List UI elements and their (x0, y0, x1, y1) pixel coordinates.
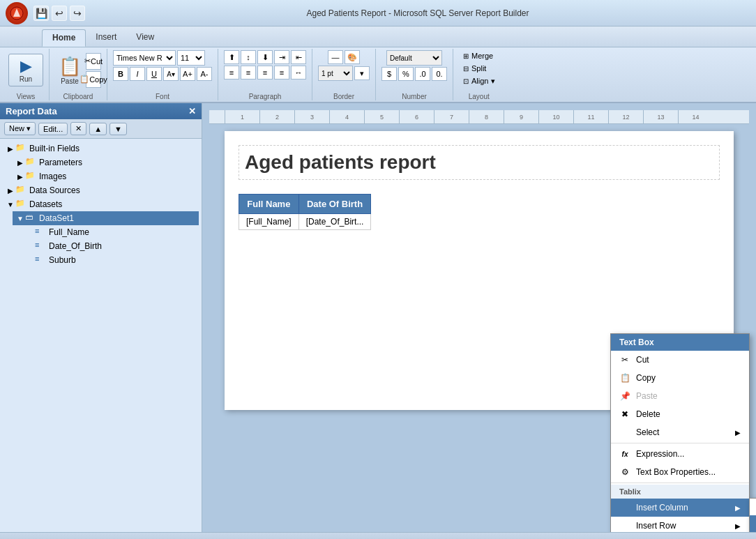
font-size-decrease-button[interactable]: A- (197, 67, 212, 81)
indent-decrease-button[interactable]: ⇤ (291, 50, 306, 64)
ribbon-group-font: Times New R 11 B I U A▾ A+ A- Font (107, 49, 218, 100)
split-button[interactable]: ⊟ Split (459, 63, 490, 74)
align-left-button[interactable]: ≡ (224, 66, 239, 79)
context-menu-insert-column[interactable]: Insert Column ▶ Left Right (611, 499, 749, 517)
separator-1 (611, 443, 749, 443)
context-menu-expression[interactable]: fx Expression... (611, 445, 749, 463)
canvas-area[interactable]: 1 2 3 4 5 6 7 8 9 10 11 12 13 14 Aged pa… (202, 103, 756, 532)
decimal-decrease-button[interactable]: 0. (432, 67, 447, 81)
table-header-dob[interactable]: Date Of Birth (298, 195, 371, 214)
merge-button[interactable]: ⊞ Merge (459, 50, 497, 61)
indent-increase-button[interactable]: ⇥ (274, 50, 289, 64)
main-layout: Report Data ✕ New ▾ Edit... ✕ ▲ ▼ ▶ 📁 Bu… (0, 103, 756, 532)
align-middle-button[interactable]: ↕ (241, 50, 256, 64)
tree-item-suburb[interactable]: ≡ Suburb (22, 253, 199, 267)
insert-column-right[interactable]: Right (750, 515, 756, 532)
status-bar (0, 532, 756, 539)
ribbon-group-number: Default $ % .0 0. Number (376, 49, 453, 100)
app-logo (6, 2, 28, 24)
run-button[interactable]: ▶ Run (8, 54, 43, 86)
ribbon: ▶ Run Views 📋 Paste ✂ Cut 📋 Copy Clipboa… (0, 47, 756, 103)
ruler: 1 2 3 4 5 6 7 8 9 10 11 12 13 14 (209, 110, 749, 124)
border-size-select[interactable]: 1 pt (318, 66, 353, 81)
number-style-select[interactable]: Default (386, 50, 442, 66)
separator-2 (611, 483, 749, 483)
underline-button[interactable]: U (146, 67, 162, 81)
save-button[interactable]: 💾 (33, 6, 49, 21)
context-menu-insert-row[interactable]: Insert Row ▶ (611, 517, 749, 532)
border-options-button[interactable]: ▾ (354, 66, 370, 80)
tab-insert[interactable]: Insert (86, 29, 126, 47)
currency-button[interactable]: $ (381, 67, 397, 81)
report-title[interactable]: Aged patients report (239, 145, 720, 180)
align-right-button[interactable]: ≡ (257, 66, 273, 79)
align-justify-button[interactable]: ≡ (274, 66, 289, 79)
context-menu-select[interactable]: Select ▶ (611, 423, 749, 441)
clipboard-label: Clipboard (63, 91, 93, 100)
context-menu-copy[interactable]: 📋 Copy (611, 369, 749, 387)
tree-item-full-name[interactable]: ≡ Full_Name (22, 225, 199, 239)
context-menu-textbox-props[interactable]: ⚙ Text Box Properties... (611, 463, 749, 481)
font-size-increase-button[interactable]: A+ (180, 67, 195, 81)
move-down-button[interactable]: ▼ (109, 123, 127, 135)
insert-column-submenu: Left Right (749, 498, 756, 532)
font-color-button[interactable]: A▾ (163, 67, 179, 81)
ribbon-group-paragraph: ⬆ ↕ ⬇ ⇥ ⇤ ≡ ≡ ≡ ≡ ↔ Paragraph (218, 49, 312, 100)
percent-button[interactable]: % (398, 67, 414, 81)
select-icon (619, 427, 630, 438)
paragraph-label: Paragraph (249, 91, 282, 100)
tree-item-date-of-birth[interactable]: ≡ Date_Of_Birth (22, 239, 199, 253)
report-table: Full Name Date Of Birth [Full_Name] [Dat… (239, 194, 371, 230)
sidebar-tree: ▶ 📁 Built-in Fields ▶ 📁 Parameters ▶ 📁 I… (0, 139, 202, 532)
table-cell-dob[interactable]: [Date_Of_Birt... (298, 214, 371, 230)
align-button[interactable]: ⊡ Align ▾ (459, 75, 499, 87)
border-style-button[interactable]: — (328, 50, 343, 64)
delete-item-button[interactable]: ✕ (70, 122, 86, 135)
tree-item-builtin-fields[interactable]: ▶ 📁 Built-in Fields (3, 142, 199, 155)
tab-view[interactable]: View (126, 29, 164, 47)
new-button[interactable]: New ▾ (4, 122, 36, 135)
bold-button[interactable]: B (113, 67, 128, 81)
props-icon: ⚙ (619, 466, 630, 478)
table-header-fullname[interactable]: Full Name (239, 195, 299, 214)
report-table-container: Full Name Date Of Birth [Full_Name] [Dat… (239, 194, 720, 230)
context-menu-delete[interactable]: ✖ Delete (611, 405, 749, 423)
tab-home[interactable]: Home (42, 29, 86, 47)
copy-icon: 📋 (619, 372, 630, 384)
align-top-button[interactable]: ⬆ (224, 50, 239, 64)
views-label: Views (17, 91, 36, 100)
align-center-button[interactable]: ≡ (241, 66, 256, 79)
report-data-panel: Report Data ✕ New ▾ Edit... ✕ ▲ ▼ ▶ 📁 Bu… (0, 103, 202, 532)
undo-button[interactable]: ↩ (52, 6, 67, 21)
copy-button[interactable]: 📋 Copy (86, 71, 101, 88)
font-label: Font (156, 91, 169, 100)
sidebar-header: Report Data ✕ (0, 103, 202, 119)
delete-icon: ✖ (619, 409, 630, 420)
redo-button[interactable]: ↪ (70, 6, 85, 21)
context-menu-header: Text Box (611, 334, 749, 351)
table-cell-fullname[interactable]: [Full_Name] (239, 214, 299, 230)
tree-item-datasets[interactable]: ▼ 📁 Datasets (3, 197, 199, 211)
paste-icon: 📌 (619, 390, 630, 402)
edit-button[interactable]: Edit... (38, 123, 68, 135)
tree-item-data-sources[interactable]: ▶ 📁 Data Sources (3, 183, 199, 197)
decimal-increase-button[interactable]: .0 (415, 67, 430, 81)
italic-button[interactable]: I (130, 67, 145, 81)
context-menu-cut[interactable]: ✂ Cut (611, 351, 749, 369)
border-color-button[interactable]: 🎨 (345, 50, 360, 64)
font-family-select[interactable]: Times New R (113, 50, 176, 66)
tree-item-images[interactable]: ▶ 📁 Images (13, 169, 199, 183)
ribbon-group-clipboard: 📋 Paste ✂ Cut 📋 Copy Clipboard (50, 49, 107, 100)
ribbon-group-views: ▶ Run Views (3, 49, 50, 100)
direction-button[interactable]: ↔ (291, 66, 306, 79)
tree-item-parameters[interactable]: ▶ 📁 Parameters (13, 155, 199, 169)
move-up-button[interactable]: ▲ (89, 123, 107, 135)
cut-button[interactable]: ✂ Cut (86, 53, 101, 70)
align-bottom-button[interactable]: ⬇ (257, 50, 273, 64)
font-size-select[interactable]: 11 (177, 50, 205, 66)
close-panel-button[interactable]: ✕ (188, 106, 196, 116)
window-title: Aged Patients Report - Microsoft SQL Ser… (85, 8, 750, 18)
insert-column-left[interactable]: Left (750, 499, 756, 515)
tree-item-dataset1[interactable]: ▼ 🗃 DataSet1 (13, 211, 199, 225)
report-data-title: Report Data (6, 106, 57, 116)
